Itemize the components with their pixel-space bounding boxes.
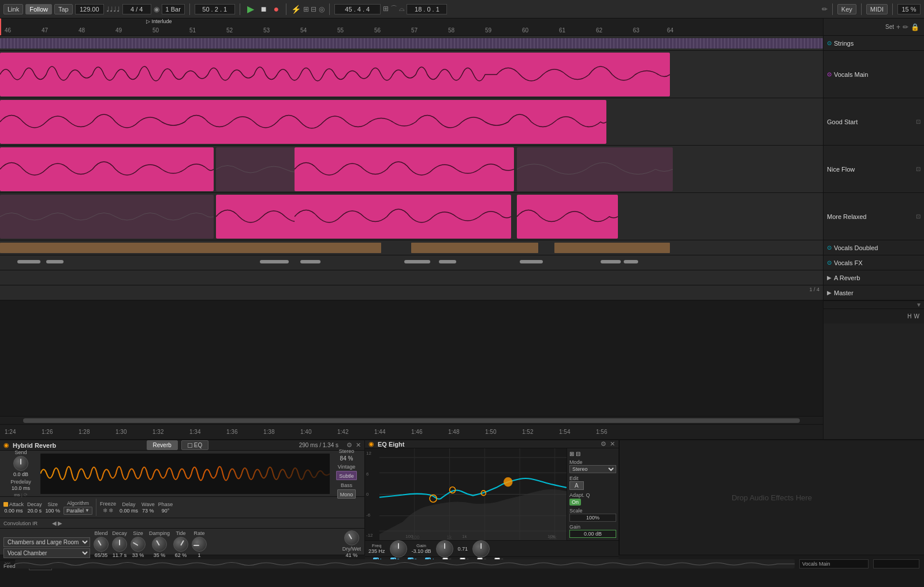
ruler-mark-60: 60 xyxy=(522,27,528,34)
hw-labels: H W xyxy=(824,309,924,324)
set-label: Set xyxy=(885,24,894,30)
ruler-mark-53: 53 xyxy=(263,27,270,34)
follow-button[interactable]: Follow xyxy=(25,4,52,14)
record-button[interactable]: ● xyxy=(271,4,281,14)
eq-icon-2[interactable]: ⊟ xyxy=(576,451,580,457)
eq-close-icon[interactable]: ✕ xyxy=(610,440,615,448)
ruler-mark-54: 54 xyxy=(300,27,307,34)
h-label[interactable]: H xyxy=(907,313,911,319)
link-button[interactable]: Link xyxy=(3,4,23,14)
size2-val: 33 % xyxy=(132,552,144,558)
track-row-strings xyxy=(0,36,823,51)
eq-freq-display-bar: Freq 235 Hz Gain -3.10 dB 0.71 xyxy=(365,540,619,556)
eq-scale-input[interactable] xyxy=(569,514,616,522)
eq-freq-label: Freq xyxy=(372,543,381,548)
eq-tab-btn[interactable]: EQ xyxy=(181,440,208,450)
algorithm-val[interactable]: Parallel ▼ xyxy=(64,507,92,515)
more-relaxed-name: More Relaxed xyxy=(827,213,866,220)
vintage-val[interactable]: Subtle xyxy=(336,471,357,480)
time-ruler: 1:24 1:26 1:28 1:30 1:32 1:34 1:36 1:38 … xyxy=(0,424,823,439)
eq-gain-input[interactable] xyxy=(569,530,616,538)
track-row-nice-flow xyxy=(0,146,823,193)
size2-knob[interactable] xyxy=(131,537,146,552)
ir-selects: Chambers and Large Rooms Vocal Chamber xyxy=(3,537,90,558)
eq-scale-label: Scale xyxy=(569,508,616,514)
bpm-display[interactable]: 129.00 xyxy=(75,4,104,14)
loop-mode[interactable]: 1 Bar xyxy=(162,4,185,14)
time-sig[interactable]: 4 / 4 xyxy=(122,4,151,14)
time-1-32: 1:32 xyxy=(152,429,163,435)
ruler-mark-59: 59 xyxy=(485,27,491,34)
zoom-display[interactable]: 15 % xyxy=(897,4,921,14)
tide-knob[interactable] xyxy=(173,537,188,552)
wave-group: Wave 73 % xyxy=(141,501,155,514)
track-name-vocals-doubled: ⊙ Vocals Doubled xyxy=(824,240,924,255)
timeline-ruler[interactable]: 46 47 48 49 50 51 52 53 54 55 56 57 58 5… xyxy=(0,18,823,36)
hybrid-reverb-plugin: ◉ Hybrid Reverb Reverb EQ 290 ms / 1.34 … xyxy=(0,440,365,555)
reverb-tab[interactable]: Reverb xyxy=(147,440,178,450)
ir-preset-select[interactable]: Vocal Chamber xyxy=(3,548,90,558)
eq-display[interactable]: 12 6 0 -6 -12 xyxy=(365,448,567,540)
send-knob[interactable] xyxy=(13,456,28,471)
eq-q-knob[interactable] xyxy=(472,540,490,558)
rate-knob[interactable] xyxy=(192,537,207,552)
set-add-icon[interactable]: + xyxy=(896,23,900,31)
eq-edit-group: Edit A xyxy=(569,475,616,490)
drywet-knob[interactable] xyxy=(344,530,359,545)
midi-button[interactable]: MIDI xyxy=(866,4,888,14)
blend-knob[interactable] xyxy=(94,537,109,552)
eq-gain-display-label: Gain xyxy=(416,543,426,548)
wave-val: 73 % xyxy=(142,508,154,514)
ruler-mark-47: 47 xyxy=(42,27,48,34)
ir-prev-btn[interactable]: ◀ xyxy=(52,520,57,526)
freeze-btn[interactable]: ❄ xyxy=(103,507,107,514)
eq-scale-group: Scale xyxy=(569,508,616,522)
eq-freq-knob[interactable] xyxy=(390,540,407,558)
track-row-vocals-doubled xyxy=(0,240,823,255)
track-row-more-relaxed xyxy=(0,193,823,240)
vocals-fx-icon: ⊙ xyxy=(827,259,832,266)
rate-val: 1 xyxy=(198,552,201,558)
eq-mode-select[interactable]: Stereo xyxy=(569,465,616,473)
eq-mode-group: Mode Stereo xyxy=(569,459,616,473)
eq-plugin-icon: ◉ xyxy=(368,440,374,448)
damping-knob[interactable] xyxy=(152,537,167,552)
position-display[interactable]: 50 . 2 . 1 xyxy=(195,4,235,14)
time-1-44: 1:44 xyxy=(374,429,385,435)
loop-len[interactable]: 18 . 0 . 1 xyxy=(407,4,447,14)
play-button[interactable]: ▶ xyxy=(245,3,256,14)
eq-gain-knob[interactable] xyxy=(436,540,453,558)
key-button[interactable]: Key xyxy=(837,4,856,14)
time-1-42: 1:42 xyxy=(337,429,348,435)
time-1-48: 1:48 xyxy=(448,429,459,435)
ruler-mark-52: 52 xyxy=(226,27,233,34)
freeze-btn2[interactable]: ❄ xyxy=(109,507,113,514)
ir-category-select[interactable]: Chambers and Large Rooms xyxy=(3,537,90,547)
predelay-val: 10.0 ms xyxy=(12,485,30,491)
predelay-label: Predelay xyxy=(10,479,31,485)
decay2-knob[interactable] xyxy=(112,537,127,552)
eq-edit-btn[interactable]: A xyxy=(569,481,584,490)
eq-settings-icon[interactable]: ⚙ xyxy=(601,440,606,448)
ir-next-btn[interactable]: ▶ xyxy=(58,520,62,526)
set-edit-icon[interactable]: ✏ xyxy=(903,23,908,31)
ruler-mark-49: 49 xyxy=(116,27,122,34)
attack-indicator xyxy=(3,502,8,507)
tap-button[interactable]: Tap xyxy=(54,4,73,14)
blend-val: 65/35 xyxy=(95,552,108,558)
decay2-label: Decay xyxy=(112,530,127,536)
horizontal-scrollbar[interactable] xyxy=(0,416,823,424)
set-lock-icon[interactable]: 🔒 xyxy=(911,23,919,31)
stop-button[interactable]: ■ xyxy=(259,4,269,14)
w-label[interactable]: W xyxy=(914,313,919,319)
ruler-mark-57: 57 xyxy=(411,27,418,34)
eq-icon-1[interactable]: ⊞ xyxy=(569,451,574,457)
freeze-label: Freeze xyxy=(100,501,116,507)
position2-display[interactable]: 45 . 4 . 4 xyxy=(334,4,381,14)
reverb-plugin-name: Hybrid Reverb xyxy=(13,442,56,449)
svg-point-16 xyxy=(504,478,512,486)
decay2-knob-group: Decay 11.7 s xyxy=(112,530,127,558)
side-scroll[interactable]: ▼ xyxy=(824,300,924,309)
size2-knob-group: Size 33 % xyxy=(131,530,146,558)
eq-adaptq-btn[interactable]: On xyxy=(569,499,581,506)
